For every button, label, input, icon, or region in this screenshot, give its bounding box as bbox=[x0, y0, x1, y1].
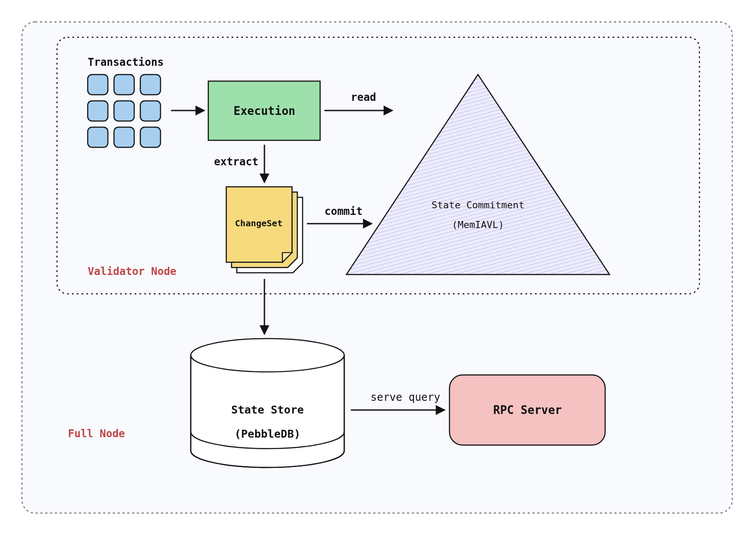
extract-label: extract bbox=[214, 156, 258, 168]
transactions-grid bbox=[88, 75, 160, 147]
execution-label: Execution bbox=[234, 104, 296, 118]
svg-rect-7 bbox=[140, 101, 160, 121]
state-store-line1: State Store bbox=[231, 403, 304, 416]
changeset-label: ChangeSet bbox=[235, 218, 282, 228]
svg-rect-8 bbox=[88, 127, 108, 147]
state-commitment-line1: State Commitment bbox=[431, 200, 524, 210]
svg-rect-3 bbox=[114, 75, 134, 95]
svg-rect-10 bbox=[140, 127, 160, 147]
svg-rect-6 bbox=[114, 101, 134, 121]
commit-label: commit bbox=[325, 205, 363, 218]
diagram-canvas: Transactions Execution read extract Chan… bbox=[0, 0, 756, 535]
state-commitment-line2: (MemIAVL) bbox=[452, 219, 504, 230]
svg-rect-2 bbox=[88, 75, 108, 95]
rpc-server-label: RPC Server bbox=[493, 403, 562, 417]
svg-rect-9 bbox=[114, 127, 134, 147]
validator-node-label: Validator Node bbox=[88, 265, 176, 278]
svg-rect-5 bbox=[88, 101, 108, 121]
changeset-stack bbox=[226, 187, 303, 273]
svg-rect-4 bbox=[140, 75, 160, 95]
state-store-line2: (PebbleDB) bbox=[235, 428, 301, 440]
transactions-label: Transactions bbox=[88, 56, 164, 68]
serve-query-label: serve query bbox=[371, 391, 440, 403]
read-label: read bbox=[351, 91, 376, 103]
full-node-label: Full Node bbox=[68, 428, 125, 440]
state-store-cylinder bbox=[191, 339, 344, 467]
